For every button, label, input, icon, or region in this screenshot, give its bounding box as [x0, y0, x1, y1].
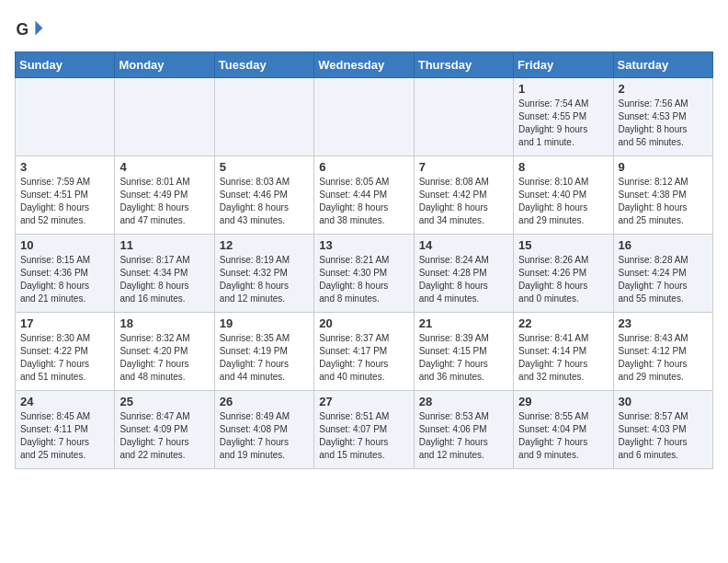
day-info: Sunrise: 8:15 AM Sunset: 4:36 PM Dayligh… — [20, 254, 109, 305]
day-info: Sunrise: 8:57 AM Sunset: 4:03 PM Dayligh… — [619, 410, 708, 462]
weekday-header-row: SundayMondayTuesdayWednesdayThursdayFrid… — [16, 52, 713, 78]
day-number: 29 — [518, 395, 608, 408]
day-number: 14 — [419, 238, 508, 252]
logo: G — [15, 15, 48, 44]
calendar-week-row: 1Sunrise: 7:54 AM Sunset: 4:55 PM Daylig… — [16, 78, 713, 156]
day-number: 23 — [619, 316, 708, 330]
day-number: 26 — [220, 395, 309, 408]
day-number: 1 — [518, 82, 608, 96]
calendar-cell: 21Sunrise: 8:39 AM Sunset: 4:15 PM Dayli… — [414, 313, 513, 391]
day-number: 17 — [20, 316, 109, 330]
day-info: Sunrise: 8:30 AM Sunset: 4:22 PM Dayligh… — [20, 332, 109, 384]
calendar-cell: 27Sunrise: 8:51 AM Sunset: 4:07 PM Dayli… — [314, 391, 414, 469]
day-number: 20 — [319, 316, 408, 330]
calendar-cell: 7Sunrise: 8:08 AM Sunset: 4:42 PM Daylig… — [414, 156, 513, 235]
day-info: Sunrise: 8:43 AM Sunset: 4:12 PM Dayligh… — [619, 332, 708, 384]
calendar-cell: 1Sunrise: 7:54 AM Sunset: 4:55 PM Daylig… — [514, 78, 613, 156]
calendar-cell: 2Sunrise: 7:56 AM Sunset: 4:53 PM Daylig… — [613, 78, 712, 156]
weekday-header-wednesday: Wednesday — [314, 52, 414, 78]
calendar-cell: 17Sunrise: 8:30 AM Sunset: 4:22 PM Dayli… — [16, 313, 115, 391]
day-info: Sunrise: 8:51 AM Sunset: 4:07 PM Dayligh… — [319, 410, 408, 462]
day-number: 16 — [619, 238, 708, 252]
calendar-cell — [115, 78, 214, 156]
day-info: Sunrise: 8:47 AM Sunset: 4:09 PM Dayligh… — [119, 410, 209, 462]
calendar-cell — [414, 78, 513, 156]
calendar-cell: 29Sunrise: 8:55 AM Sunset: 4:04 PM Dayli… — [514, 391, 613, 469]
day-info: Sunrise: 8:55 AM Sunset: 4:04 PM Dayligh… — [518, 410, 608, 462]
calendar-table: SundayMondayTuesdayWednesdayThursdayFrid… — [15, 52, 713, 469]
day-number: 24 — [20, 395, 109, 408]
svg-marker-1 — [35, 20, 42, 35]
calendar-cell: 16Sunrise: 8:28 AM Sunset: 4:24 PM Dayli… — [613, 235, 712, 313]
day-number: 27 — [319, 395, 408, 408]
day-number: 21 — [419, 316, 508, 330]
day-number: 11 — [119, 238, 209, 252]
day-info: Sunrise: 8:08 AM Sunset: 4:42 PM Dayligh… — [419, 176, 508, 227]
day-number: 30 — [619, 395, 708, 408]
calendar-cell: 6Sunrise: 8:05 AM Sunset: 4:44 PM Daylig… — [314, 156, 414, 235]
day-number: 15 — [518, 238, 608, 252]
calendar-cell: 18Sunrise: 8:32 AM Sunset: 4:20 PM Dayli… — [115, 313, 214, 391]
day-number: 10 — [20, 238, 109, 252]
day-number: 2 — [619, 82, 708, 96]
day-number: 3 — [20, 160, 109, 174]
weekday-header-monday: Monday — [115, 52, 214, 78]
day-info: Sunrise: 7:56 AM Sunset: 4:53 PM Dayligh… — [619, 98, 708, 149]
day-info: Sunrise: 8:49 AM Sunset: 4:08 PM Dayligh… — [220, 410, 309, 462]
day-info: Sunrise: 8:21 AM Sunset: 4:30 PM Dayligh… — [319, 254, 408, 305]
calendar-cell: 11Sunrise: 8:17 AM Sunset: 4:34 PM Dayli… — [115, 235, 214, 313]
day-info: Sunrise: 8:01 AM Sunset: 4:49 PM Dayligh… — [119, 176, 209, 227]
day-number: 6 — [319, 160, 408, 174]
day-number: 8 — [518, 160, 608, 174]
calendar-cell — [314, 78, 414, 156]
day-info: Sunrise: 8:19 AM Sunset: 4:32 PM Dayligh… — [220, 254, 309, 305]
day-info: Sunrise: 8:28 AM Sunset: 4:24 PM Dayligh… — [619, 254, 708, 305]
weekday-header-friday: Friday — [514, 52, 613, 78]
calendar-week-row: 24Sunrise: 8:45 AM Sunset: 4:11 PM Dayli… — [16, 391, 713, 469]
day-info: Sunrise: 8:41 AM Sunset: 4:14 PM Dayligh… — [518, 332, 608, 384]
calendar-cell: 26Sunrise: 8:49 AM Sunset: 4:08 PM Dayli… — [214, 391, 313, 469]
calendar-cell: 24Sunrise: 8:45 AM Sunset: 4:11 PM Dayli… — [16, 391, 115, 469]
day-number: 28 — [419, 395, 508, 408]
weekday-header-thursday: Thursday — [414, 52, 513, 78]
day-info: Sunrise: 8:17 AM Sunset: 4:34 PM Dayligh… — [119, 254, 209, 305]
day-info: Sunrise: 8:53 AM Sunset: 4:06 PM Dayligh… — [419, 410, 508, 462]
calendar-cell: 13Sunrise: 8:21 AM Sunset: 4:30 PM Dayli… — [314, 235, 414, 313]
day-info: Sunrise: 8:05 AM Sunset: 4:44 PM Dayligh… — [319, 176, 408, 227]
calendar-cell: 4Sunrise: 8:01 AM Sunset: 4:49 PM Daylig… — [115, 156, 214, 235]
day-number: 22 — [518, 316, 608, 330]
day-info: Sunrise: 8:32 AM Sunset: 4:20 PM Dayligh… — [119, 332, 209, 384]
day-info: Sunrise: 8:45 AM Sunset: 4:11 PM Dayligh… — [20, 410, 109, 462]
day-info: Sunrise: 8:35 AM Sunset: 4:19 PM Dayligh… — [220, 332, 309, 384]
day-info: Sunrise: 8:26 AM Sunset: 4:26 PM Dayligh… — [518, 254, 608, 305]
day-number: 5 — [220, 160, 309, 174]
calendar-week-row: 3Sunrise: 7:59 AM Sunset: 4:51 PM Daylig… — [16, 156, 713, 235]
day-info: Sunrise: 8:12 AM Sunset: 4:38 PM Dayligh… — [619, 176, 708, 227]
calendar-cell: 28Sunrise: 8:53 AM Sunset: 4:06 PM Dayli… — [414, 391, 513, 469]
day-info: Sunrise: 8:03 AM Sunset: 4:46 PM Dayligh… — [220, 176, 309, 227]
day-info: Sunrise: 8:37 AM Sunset: 4:17 PM Dayligh… — [319, 332, 408, 384]
calendar-cell: 19Sunrise: 8:35 AM Sunset: 4:19 PM Dayli… — [214, 313, 313, 391]
calendar-cell — [16, 78, 115, 156]
day-number: 4 — [119, 160, 209, 174]
day-number: 25 — [119, 395, 209, 408]
calendar-cell: 5Sunrise: 8:03 AM Sunset: 4:46 PM Daylig… — [214, 156, 313, 235]
day-number: 7 — [419, 160, 508, 174]
header: G — [15, 15, 713, 44]
calendar-cell: 12Sunrise: 8:19 AM Sunset: 4:32 PM Dayli… — [214, 235, 313, 313]
weekday-header-saturday: Saturday — [613, 52, 712, 78]
calendar-cell: 22Sunrise: 8:41 AM Sunset: 4:14 PM Dayli… — [514, 313, 613, 391]
day-info: Sunrise: 7:54 AM Sunset: 4:55 PM Dayligh… — [518, 98, 608, 149]
calendar-cell: 10Sunrise: 8:15 AM Sunset: 4:36 PM Dayli… — [16, 235, 115, 313]
calendar-cell: 25Sunrise: 8:47 AM Sunset: 4:09 PM Dayli… — [115, 391, 214, 469]
day-number: 12 — [220, 238, 309, 252]
calendar-cell: 20Sunrise: 8:37 AM Sunset: 4:17 PM Dayli… — [314, 313, 414, 391]
calendar-cell: 9Sunrise: 8:12 AM Sunset: 4:38 PM Daylig… — [613, 156, 712, 235]
calendar-cell: 23Sunrise: 8:43 AM Sunset: 4:12 PM Dayli… — [613, 313, 712, 391]
calendar-week-row: 10Sunrise: 8:15 AM Sunset: 4:36 PM Dayli… — [16, 235, 713, 313]
calendar-cell: 3Sunrise: 7:59 AM Sunset: 4:51 PM Daylig… — [16, 156, 115, 235]
day-info: Sunrise: 8:10 AM Sunset: 4:40 PM Dayligh… — [518, 176, 608, 227]
weekday-header-tuesday: Tuesday — [214, 52, 313, 78]
calendar-cell: 8Sunrise: 8:10 AM Sunset: 4:40 PM Daylig… — [514, 156, 613, 235]
day-number: 13 — [319, 238, 408, 252]
